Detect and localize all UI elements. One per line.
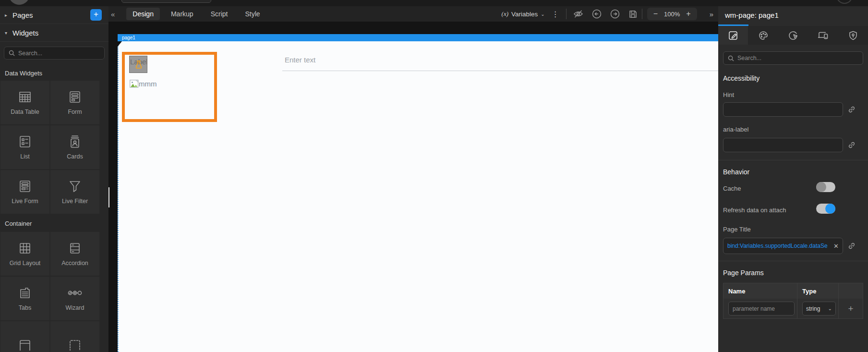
tile-label: Accordion [61, 260, 88, 267]
widget-tile-tabs[interactable]: Tabs [0, 277, 49, 320]
widget-search-field[interactable]: Search... [4, 47, 105, 60]
tab-events[interactable] [778, 26, 808, 45]
mode-tabs: Design Markup Script Style [126, 8, 266, 20]
accordion-icon [68, 241, 82, 255]
params-input-row: string ⌄ + [723, 299, 863, 318]
tab-markup[interactable]: Markup [165, 8, 200, 20]
zoom-out-button[interactable]: − [653, 10, 658, 18]
undo-button[interactable] [588, 9, 606, 19]
widgets-section-header[interactable]: ▾ Widgets [0, 24, 108, 42]
pages-label: Pages [12, 11, 90, 19]
widget-tile-partial-left[interactable] [0, 321, 49, 352]
widgets-caret-icon: ▾ [5, 30, 12, 36]
param-name-input[interactable] [728, 302, 795, 316]
top-circle-fragment [836, 0, 853, 4]
widget-tile-data-table[interactable]: Data Table [0, 81, 49, 124]
aria-label-input[interactable] [723, 138, 843, 152]
bind-hint-button[interactable] [848, 106, 856, 115]
save-button[interactable] [624, 10, 642, 19]
tab-design[interactable]: Design [126, 8, 160, 20]
text-widget-placeholder: Enter text [282, 56, 718, 64]
type-column-header: Type [802, 288, 816, 295]
flask-icon [133, 59, 145, 71]
param-type-select[interactable]: string ⌄ [802, 302, 836, 316]
inspector-tabs [718, 26, 868, 45]
toggle-knob [816, 182, 826, 192]
hint-label: Hint [723, 91, 734, 98]
top-input-fragment [121, 0, 211, 3]
inspector-search-field[interactable]: Search... [723, 51, 863, 65]
undo-icon [592, 9, 602, 19]
add-param-button[interactable]: + [848, 303, 853, 314]
pages-section-header[interactable]: ▸ Pages + [0, 6, 108, 24]
aria-label-label: aria-label [723, 126, 748, 133]
refresh-data-toggle[interactable] [816, 204, 835, 214]
widget-tile-live-form[interactable]: Live Form [0, 170, 49, 214]
picture-widget[interactable]: mmm [130, 80, 157, 88]
tab-styles[interactable] [748, 26, 778, 45]
label-widget[interactable]: Label [129, 56, 147, 73]
tab-script[interactable]: Script [205, 8, 234, 20]
zoom-in-button[interactable]: + [686, 10, 690, 18]
hint-input[interactable] [723, 102, 843, 117]
broken-image-icon [130, 80, 139, 88]
form-icon [68, 90, 82, 104]
page-title-label: Page Title [723, 226, 751, 233]
eye-off-icon [573, 10, 583, 18]
widget-tile-accordion[interactable]: Accordion [50, 232, 99, 276]
widget-tile-partial-right[interactable] [50, 321, 99, 352]
collapse-sidebar-button[interactable]: « [108, 10, 118, 18]
bind-page-title-button[interactable] [848, 242, 856, 252]
variables-label: Variables [511, 11, 538, 18]
widget-tile-form[interactable]: Form [50, 81, 99, 124]
designer-toolbar: « Design Markup Script Style (x) Variabl… [108, 6, 718, 22]
page-params-heading: Page Params [723, 269, 764, 277]
widget-tile-cards[interactable]: Cards [50, 125, 99, 169]
link-icon [848, 242, 856, 250]
text-input-widget[interactable]: Enter text [282, 56, 718, 71]
add-page-button[interactable]: + [90, 9, 102, 21]
inspector-search-placeholder: Search... [737, 55, 761, 61]
page-tab-bar[interactable]: page1 [118, 34, 718, 41]
variables-dropdown[interactable]: (x) Variables ⌄ [502, 10, 545, 18]
bind-expression: bind:Variables.supportedLocale.dataSe [727, 243, 831, 249]
widget-tile-grid-layout[interactable]: Grid Layout [0, 232, 49, 276]
page-title-bind-chip[interactable]: bind:Variables.supportedLocale.dataSe ✕ [723, 238, 843, 254]
tab-security[interactable] [838, 26, 868, 45]
sidebar-scrollbar-thumb[interactable] [108, 187, 109, 207]
remove-bind-button[interactable]: ✕ [833, 243, 839, 250]
avatar[interactable] [9, 0, 30, 5]
link-icon [848, 141, 856, 149]
properties-panel: wm-page: page1 Search... [718, 6, 868, 352]
tile-label: Live Form [12, 198, 38, 205]
tile-label: List [20, 153, 29, 160]
tile-label: Live Filter [62, 198, 88, 205]
widgets-sidebar: ▸ Pages + ▾ Widgets Search... Data Widge… [0, 6, 108, 352]
page-surface[interactable]: Label mmm Enter text [118, 41, 718, 352]
bind-aria-button[interactable] [848, 141, 856, 151]
widget-tile-list[interactable]: List [0, 125, 49, 169]
toolbar-divider [642, 9, 642, 19]
tab-style[interactable]: Style [239, 8, 266, 20]
live-form-icon [18, 179, 32, 194]
widget-tile-wizard[interactable]: Wizard [50, 277, 99, 320]
preview-eye-off-button[interactable] [567, 10, 588, 18]
tab-devices[interactable] [808, 26, 838, 45]
widgets-label: Widgets [12, 29, 104, 37]
search-icon [9, 50, 15, 56]
event-pointer-icon [788, 30, 798, 41]
design-canvas: page1 Label mmm Enter text [108, 22, 718, 352]
cache-toggle[interactable] [816, 182, 835, 192]
widget-tile-live-filter[interactable]: Live Filter [50, 170, 99, 214]
cards-icon [68, 134, 82, 149]
redo-button[interactable] [606, 9, 624, 19]
collapse-inspector-button[interactable]: » [703, 10, 718, 18]
more-options-button[interactable]: ⋮ [545, 10, 566, 19]
shield-pin-icon [848, 30, 858, 41]
toggle-knob [825, 204, 835, 214]
tile-label: Wizard [66, 304, 84, 311]
page-params-table: Name Type string ⌄ + [723, 283, 863, 319]
tab-properties[interactable] [718, 26, 748, 45]
tile-label: Tabs [19, 304, 31, 311]
dashed-container-icon [68, 336, 82, 351]
